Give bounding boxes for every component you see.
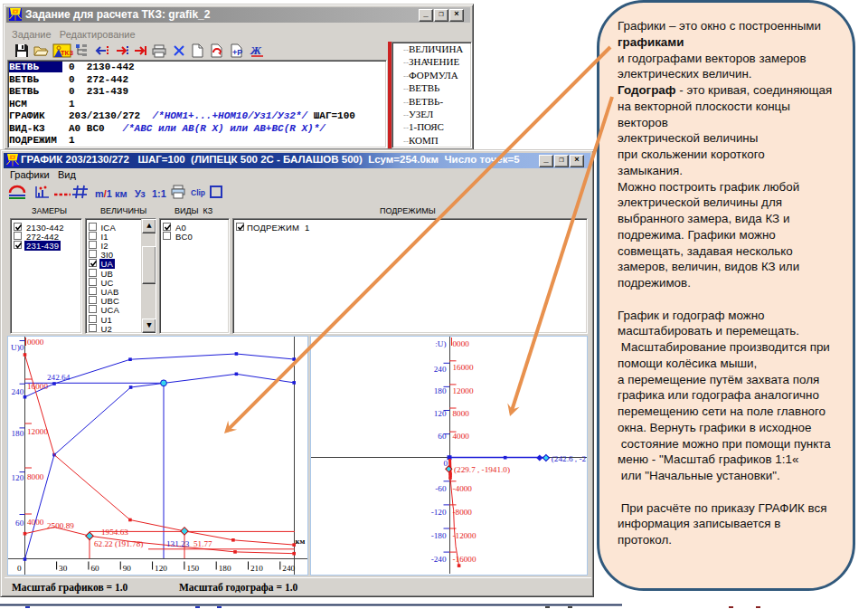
svg-text:-16000: -16000 [453, 555, 476, 564]
svg-text:км: км [296, 537, 306, 546]
svg-text:U)0: U)0 [11, 343, 24, 352]
svg-text:m/1: m/1 [95, 188, 112, 199]
svg-text:30: 30 [59, 564, 68, 573]
svg-text:-120: -120 [431, 508, 447, 517]
svg-text:-8000: -8000 [453, 508, 473, 517]
svg-text:16000: 16000 [453, 363, 474, 372]
svg-text:242.64: 242.64 [47, 373, 71, 382]
svg-text:Clip: Clip [191, 188, 205, 197]
svg-text:2500.89: 2500.89 [47, 521, 74, 530]
svg-text:51.77: 51.77 [193, 539, 212, 548]
svg-text:120: 120 [155, 564, 167, 573]
svg-text:0000: 0000 [453, 339, 470, 348]
svg-text:62.22 (191.78): 62.22 (191.78) [94, 539, 143, 548]
svg-text:180: 180 [12, 429, 24, 438]
svg-text:ТКЗ: ТКЗ [61, 49, 73, 57]
svg-text:180: 180 [434, 386, 447, 395]
svg-text:4000: 4000 [453, 432, 470, 441]
svg-text:8000: 8000 [453, 409, 470, 418]
svg-text:8000: 8000 [27, 472, 44, 481]
svg-text:-240: -240 [431, 555, 447, 564]
svg-text:1954.63: 1954.63 [101, 528, 128, 537]
svg-text:180: 180 [219, 564, 231, 573]
svg-text:90: 90 [123, 564, 132, 573]
svg-text:120: 120 [12, 473, 24, 482]
svg-text:0: 0 [17, 564, 22, 573]
svg-text:240: 240 [12, 387, 24, 396]
svg-text::U): :U) [435, 339, 446, 348]
svg-text:60: 60 [15, 519, 24, 528]
svg-text:12000: 12000 [453, 386, 474, 395]
svg-text:-180: -180 [431, 531, 447, 540]
svg-text:210: 210 [250, 564, 263, 573]
svg-text:(242.6 , -2: (242.6 , -2 [552, 454, 587, 463]
svg-text:-60: -60 [435, 484, 447, 493]
svg-text:60: 60 [90, 564, 99, 573]
svg-text:0000: 0000 [27, 338, 44, 347]
svg-text:-12000: -12000 [453, 531, 476, 540]
svg-text:240: 240 [434, 365, 447, 374]
svg-text:150: 150 [186, 564, 199, 573]
svg-text:км: км [115, 188, 127, 199]
svg-text:-4000: -4000 [453, 484, 473, 493]
svg-text:(229.7 , -1941.0): (229.7 , -1941.0) [454, 465, 510, 474]
svg-text:60: 60 [438, 432, 447, 441]
svg-text:1:1: 1:1 [152, 188, 166, 199]
svg-text:131.23: 131.23 [166, 539, 190, 548]
svg-text:240: 240 [282, 564, 295, 573]
svg-text:+P: +P [232, 48, 242, 57]
svg-text:12000: 12000 [27, 427, 48, 436]
svg-text:Ж: Ж [250, 43, 262, 57]
svg-text:Уз: Уз [135, 188, 146, 199]
